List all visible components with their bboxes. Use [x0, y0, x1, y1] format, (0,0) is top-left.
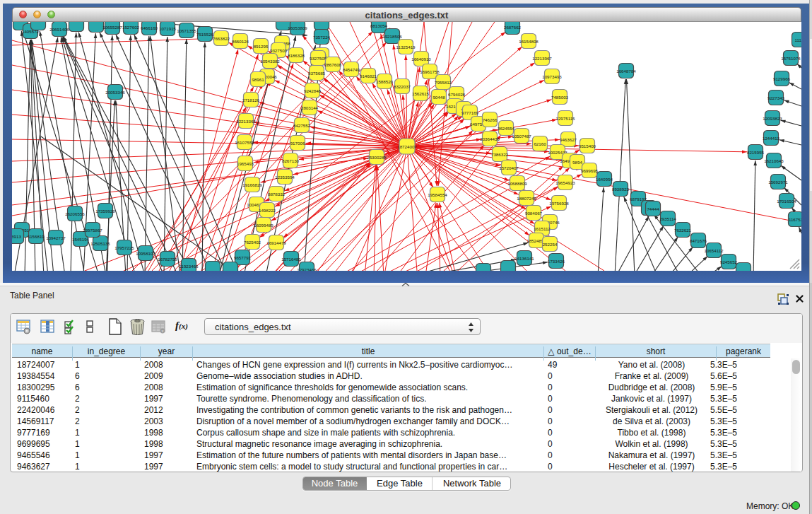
svg-text:9227343: 9227343: [767, 95, 785, 100]
svg-text:2935114: 2935114: [659, 216, 676, 221]
svg-text:23975867: 23975867: [83, 228, 102, 233]
svg-text:12975115: 12975115: [555, 116, 575, 121]
svg-text:20053346: 20053346: [105, 90, 125, 95]
svg-text:917006: 917006: [290, 141, 305, 146]
svg-text:1527602: 1527602: [122, 25, 140, 30]
svg-text:7632621: 7632621: [674, 228, 692, 233]
svg-text:1588520: 1588520: [376, 79, 394, 84]
svg-text:9463627: 9463627: [560, 137, 577, 142]
svg-text:19584554: 19584554: [428, 192, 447, 197]
svg-text:1244413: 1244413: [763, 136, 780, 141]
svg-text:17016504: 17016504: [777, 199, 796, 204]
svg-text:891295: 891295: [254, 44, 269, 49]
svg-text:17359928: 17359928: [95, 209, 115, 214]
svg-text:12213363: 12213363: [236, 119, 256, 124]
svg-text:8878332: 8878332: [268, 192, 286, 197]
svg-text:19756928: 19756928: [549, 201, 569, 206]
svg-text:16154808: 16154808: [519, 39, 539, 44]
svg-text:8660124: 8660124: [232, 39, 249, 44]
svg-text:746266: 746266: [483, 117, 498, 122]
svg-text:16210643: 16210643: [764, 158, 784, 163]
svg-text:1156819: 1156819: [28, 234, 45, 239]
svg-text:16648784: 16648784: [616, 69, 636, 74]
svg-text:8215955: 8215955: [747, 150, 765, 155]
svg-text:9245652: 9245652: [720, 259, 738, 264]
svg-text:7515526: 7515526: [196, 32, 214, 37]
svg-text:1733426: 1733426: [548, 259, 565, 264]
svg-text:1640954: 1640954: [596, 177, 613, 182]
svg-text:16053809: 16053809: [288, 25, 307, 30]
svg-text:1498222: 1498222: [259, 208, 276, 213]
svg-text:9699695: 9699695: [581, 168, 599, 173]
svg-text:9894: 9894: [572, 160, 582, 165]
svg-text:2718126: 2718126: [242, 98, 260, 103]
svg-text:16782759: 16782759: [158, 257, 177, 262]
svg-text:10973493: 10973493: [542, 74, 562, 79]
svg-text:18724007: 18724007: [397, 144, 417, 149]
svg-text:8375685: 8375685: [308, 71, 326, 76]
svg-text:1071915: 1071915: [159, 26, 177, 31]
svg-text:6466160: 6466160: [141, 25, 158, 30]
svg-text:10507487: 10507487: [512, 134, 531, 139]
svg-text:19166829: 19166829: [242, 182, 262, 187]
svg-text:252254: 252254: [543, 242, 558, 247]
svg-text:9242848: 9242848: [304, 88, 322, 93]
svg-text:2867608: 2867608: [324, 62, 342, 67]
svg-text:10655287: 10655287: [102, 25, 122, 30]
svg-text:1965493: 1965493: [237, 161, 254, 166]
svg-text:16914479: 16914479: [266, 240, 286, 245]
svg-text:9129966: 9129966: [773, 76, 791, 81]
svg-text:14136141: 14136141: [514, 256, 534, 261]
svg-text:16099489: 16099489: [254, 223, 273, 228]
svg-text:10958107: 10958107: [136, 251, 155, 256]
svg-text:16640910: 16640910: [411, 57, 431, 62]
svg-text:7663822: 7663822: [213, 36, 230, 41]
svg-text:17957225: 17957225: [114, 245, 134, 250]
svg-text:8454749: 8454749: [343, 67, 360, 72]
svg-text:15720407: 15720407: [499, 165, 519, 170]
svg-text:8322037: 8322037: [394, 84, 411, 89]
svg-text:2687662: 2687662: [504, 25, 522, 30]
svg-text:20691406: 20691406: [49, 27, 69, 32]
svg-text:74444: 74444: [647, 206, 659, 211]
svg-text:25300285: 25300285: [367, 155, 387, 160]
svg-text:16107553: 16107553: [235, 140, 254, 145]
svg-text:10654112: 10654112: [704, 248, 724, 253]
svg-text:10671355: 10671355: [177, 28, 196, 33]
svg-text:15716485: 15716485: [281, 257, 301, 262]
svg-text:9146821: 9146821: [360, 74, 377, 78]
svg-text:19218506: 19218506: [382, 34, 402, 39]
svg-text:9084067: 9084067: [525, 211, 543, 216]
svg-text:11325419: 11325419: [396, 45, 416, 49]
svg-text:12923466: 12923466: [297, 267, 317, 271]
svg-text:8813054: 8813054: [370, 23, 388, 28]
svg-text:15692971: 15692971: [768, 180, 788, 185]
svg-text:116753: 116753: [789, 217, 801, 222]
svg-text:7485003: 7485003: [551, 95, 569, 100]
svg-text:20364436: 20364436: [480, 136, 500, 141]
svg-text:9657791: 9657791: [234, 255, 252, 260]
svg-text:9777169: 9777169: [461, 110, 479, 115]
svg-text:9515400: 9515400: [579, 144, 596, 148]
svg-text:9327505: 9327505: [310, 56, 327, 61]
svg-text:12505135: 12505135: [90, 241, 110, 246]
svg-text:8427552: 8427552: [293, 123, 311, 128]
svg-text:12213967: 12213967: [532, 56, 552, 61]
svg-text:1112: 1112: [795, 37, 801, 42]
svg-text:12353594: 12353594: [275, 175, 295, 180]
svg-text:7625402: 7625402: [244, 240, 261, 245]
svg-text:7955812: 7955812: [435, 80, 452, 85]
svg-text:15751074: 15751074: [781, 56, 801, 61]
svg-text:10688809: 10688809: [507, 181, 527, 186]
svg-text:1562615: 1562615: [412, 91, 430, 96]
svg-text:16961758: 16961758: [420, 69, 440, 74]
svg-text:7386322: 7386322: [491, 152, 509, 157]
svg-text:7357224: 7357224: [313, 35, 331, 40]
svg-text:8267130: 8267130: [282, 158, 300, 163]
svg-text:10543382: 10543382: [260, 59, 280, 64]
svg-text:9327503: 9327503: [270, 48, 288, 53]
svg-text:98961: 98961: [252, 77, 264, 82]
svg-text:3913: 3913: [12, 234, 21, 239]
svg-text:13942737: 13942737: [46, 235, 66, 240]
svg-text:18807249: 18807249: [517, 196, 536, 201]
